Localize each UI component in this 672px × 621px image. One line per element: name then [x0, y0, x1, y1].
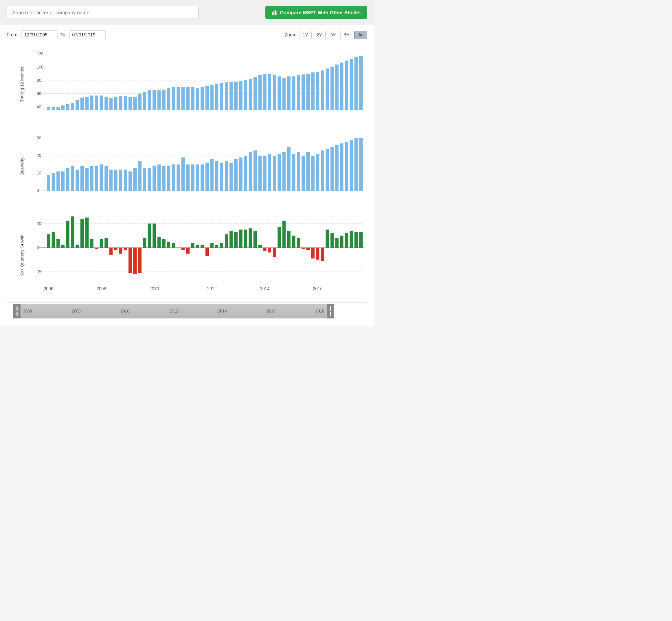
svg-rect-117: [177, 165, 180, 191]
scrollbar-label-2014: 2014: [218, 309, 227, 314]
scrollbar-section: 2006 2008 2010 2012 2014 2016 2018: [7, 304, 367, 319]
zoom-2y-button[interactable]: 2Y: [313, 31, 325, 39]
svg-rect-197: [200, 245, 204, 248]
svg-rect-16: [56, 107, 59, 110]
svg-text:2016: 2016: [313, 286, 323, 291]
svg-rect-116: [172, 165, 175, 191]
svg-rect-37: [158, 90, 161, 110]
svg-rect-3: [276, 11, 277, 15]
svg-rect-142: [297, 152, 300, 191]
svg-text:2008: 2008: [97, 286, 106, 291]
svg-rect-65: [292, 77, 295, 110]
svg-rect-115: [167, 166, 170, 191]
svg-text:-20: -20: [37, 270, 42, 275]
svg-rect-98: [85, 168, 89, 191]
to-date-input[interactable]: [69, 31, 105, 39]
svg-rect-58: [258, 75, 262, 110]
svg-rect-56: [249, 79, 252, 110]
svg-rect-18: [66, 104, 70, 110]
quarterly-bars-rendered: 3020100: [37, 129, 364, 196]
svg-rect-227: [345, 233, 348, 248]
svg-rect-121: [196, 165, 199, 191]
zoom-1y-button[interactable]: 1Y: [299, 31, 312, 39]
svg-rect-187: [152, 223, 156, 248]
svg-text:100: 100: [37, 65, 43, 70]
svg-rect-132: [249, 152, 252, 191]
svg-rect-44: [191, 87, 194, 110]
svg-rect-31: [128, 97, 132, 110]
svg-rect-103: [109, 170, 113, 191]
handle-lines-right: [330, 306, 331, 317]
from-label: From:: [7, 32, 19, 37]
svg-rect-134: [258, 156, 262, 191]
svg-text:80: 80: [37, 78, 41, 83]
svg-rect-229: [354, 232, 358, 248]
zoom-all-button[interactable]: All: [354, 31, 367, 39]
scrollbar-container[interactable]: 2006 2008 2010 2012 2014 2016 2018: [13, 304, 334, 319]
svg-rect-62: [278, 77, 281, 110]
svg-text:120: 120: [37, 52, 43, 56]
from-date-input[interactable]: [21, 31, 58, 39]
svg-text:40: 40: [37, 104, 41, 109]
svg-text:0: 0: [37, 189, 39, 193]
svg-rect-171: [76, 245, 79, 248]
svg-rect-17: [61, 106, 64, 110]
svg-rect-124: [210, 159, 213, 191]
svg-rect-149: [330, 147, 334, 191]
svg-text:2012: 2012: [207, 286, 217, 291]
top-bar: Compare MSFT With Other Stocks: [0, 0, 374, 25]
svg-rect-22: [85, 97, 89, 110]
svg-rect-79: [359, 56, 363, 110]
svg-rect-122: [200, 165, 204, 191]
svg-rect-91: [52, 173, 55, 191]
charts-container: Trailing 12 Months 120100806040 Quarterl…: [7, 44, 367, 321]
svg-rect-150: [335, 145, 339, 191]
svg-rect-170: [71, 216, 74, 248]
svg-rect-26: [104, 97, 108, 110]
svg-rect-154: [354, 138, 358, 191]
scrollbar-handle-right[interactable]: [327, 304, 334, 319]
svg-rect-78: [354, 57, 358, 110]
svg-rect-73: [330, 67, 334, 110]
compare-button[interactable]: Compare MSFT With Other Stocks: [265, 6, 367, 19]
svg-rect-224: [330, 233, 334, 248]
svg-rect-195: [191, 243, 194, 248]
zoom-3y-button[interactable]: 3Y: [327, 31, 340, 39]
svg-rect-136: [268, 154, 271, 191]
svg-rect-193: [181, 248, 185, 250]
svg-rect-184: [138, 248, 141, 273]
scrollbar-label-2008: 2008: [72, 309, 81, 314]
svg-rect-198: [206, 248, 209, 256]
scrollbar-label-2010: 2010: [121, 309, 129, 314]
scrollbar-label-2012: 2012: [169, 309, 178, 314]
svg-rect-119: [186, 165, 190, 191]
svg-text:20: 20: [37, 153, 41, 158]
date-controls: From: To:: [7, 31, 105, 39]
svg-rect-14: [47, 107, 50, 110]
bar-chart-icon: [272, 10, 277, 15]
svg-rect-139: [282, 152, 285, 191]
svg-rect-148: [325, 149, 329, 191]
svg-rect-21: [80, 98, 84, 110]
svg-rect-189: [162, 239, 166, 248]
svg-rect-168: [61, 245, 64, 248]
svg-rect-131: [244, 156, 247, 191]
svg-text:30: 30: [37, 136, 41, 140]
svg-rect-126: [220, 163, 223, 191]
search-input[interactable]: [7, 6, 198, 19]
svg-rect-208: [254, 231, 257, 248]
svg-rect-174: [90, 239, 93, 248]
svg-rect-33: [138, 94, 141, 110]
svg-rect-70: [316, 72, 319, 110]
zoom-5y-button[interactable]: 5Y: [341, 31, 353, 39]
svg-rect-172: [80, 219, 84, 248]
yoy-bars-rendered: 200-202006200820102012201420162018: [37, 211, 364, 291]
svg-rect-205: [239, 230, 242, 248]
trailing-12-y-label: Trailing 12 Months: [7, 44, 37, 125]
svg-rect-183: [133, 248, 137, 274]
svg-rect-1: [273, 11, 274, 15]
svg-rect-186: [148, 223, 151, 248]
svg-rect-218: [302, 248, 305, 249]
svg-rect-169: [66, 221, 70, 248]
svg-rect-96: [76, 170, 79, 191]
